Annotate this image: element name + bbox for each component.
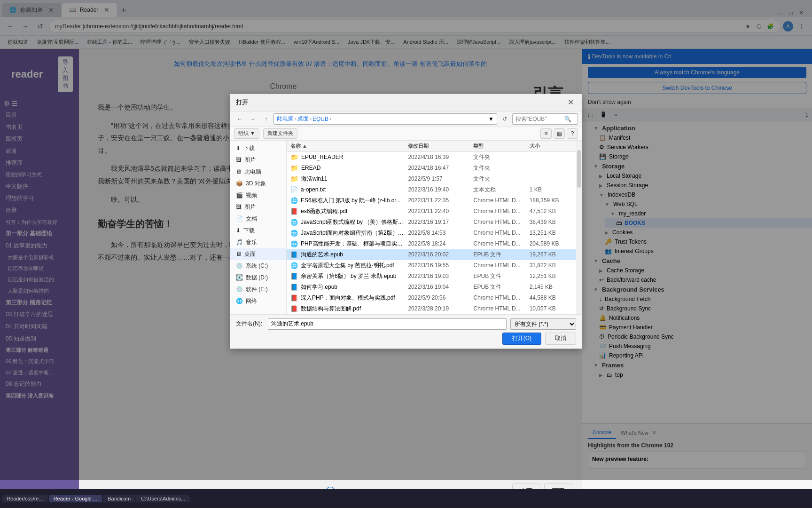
lp-pics-label: 图片 bbox=[244, 203, 256, 211]
lp-desktop[interactable]: 🖥桌面 bbox=[230, 248, 286, 260]
file-item-0[interactable]: 📁EPUB_READER 2022/4/18 16:39 文件夹 bbox=[287, 152, 576, 163]
file-date-1: 2022/4/18 16:47 bbox=[408, 165, 473, 171]
lp-desktop-label: 桌面 bbox=[244, 250, 256, 258]
file-name-9: 沟通的艺术.epub bbox=[301, 251, 343, 259]
path-part-1[interactable]: 桌面 bbox=[297, 115, 309, 123]
lp-d-drive[interactable]: 💽数据 (D:) bbox=[230, 272, 286, 284]
taskbar-item-1[interactable]: Reader - Google ... bbox=[49, 495, 102, 502]
file-date-11: 2022/3/16 19:03 bbox=[408, 273, 473, 279]
view-grid-button[interactable]: ▦ bbox=[554, 128, 565, 139]
col-size[interactable]: 大小 bbox=[530, 143, 576, 150]
chrome-icon-7: 🌐 bbox=[290, 230, 298, 237]
lp-network[interactable]: 🌐网络 bbox=[230, 295, 286, 307]
path-dropdown-icon[interactable]: ▼ bbox=[488, 116, 494, 122]
file-item-6[interactable]: 🌐JavaScript函数式编程 by （美）佛格斯... 2022/3/16 … bbox=[287, 217, 576, 228]
file-type-1: 文件夹 bbox=[473, 164, 529, 172]
file-name-7: JavaScript面向对象编程指南（第2版）（... bbox=[301, 229, 404, 237]
file-date-9: 2022/3/16 20:02 bbox=[408, 251, 473, 258]
path-sep-0: › bbox=[295, 116, 297, 122]
file-name-10: 金字塔原理大全集 by 芭芭拉·明托.pdf bbox=[301, 262, 394, 270]
file-item-8[interactable]: 🌐PHP高性能开发：基础、框架与项目实战... 2022/5/8 18:24 C… bbox=[287, 238, 576, 249]
epub-icon-9: 📘 bbox=[290, 251, 298, 258]
file-item-12[interactable]: 📘如何学习.epub 2022/3/16 19:04 EPUB 文件 2,145… bbox=[287, 282, 576, 293]
lp-images[interactable]: 🖼图片 bbox=[230, 154, 286, 166]
lp-dl2[interactable]: ⬇下载 bbox=[230, 225, 286, 237]
lp-pics[interactable]: 🖼图片 bbox=[230, 201, 286, 213]
file-item-2[interactable]: 📁激活win11 2022/5/9 1:57 文件夹 bbox=[287, 174, 576, 184]
folder-icon-2: 📁 bbox=[290, 175, 298, 183]
cancel-button[interactable]: 取消 bbox=[545, 333, 576, 345]
file-type-5: Chrome HTML D... bbox=[473, 208, 529, 214]
taskbar-item-2[interactable]: Bandicam bbox=[103, 495, 135, 502]
file-item-4[interactable]: 🌐ES6标准入门 第3版 by 阮一峰 (z-lib.or... 2022/3/… bbox=[287, 195, 576, 206]
lp-thispc[interactable]: 🖥此电脑 bbox=[230, 166, 286, 178]
lp-d-label: 数据 (D:) bbox=[246, 274, 268, 282]
taskbar-item-3[interactable]: C:\Users\Adminis... bbox=[136, 495, 190, 502]
dialog-search-icon: 🔍 bbox=[564, 116, 571, 122]
file-item-5[interactable]: 📕es6函数式编程.pdf 2022/3/11 22:40 Chrome HTM… bbox=[287, 206, 576, 217]
file-size-14: 10,057 KB bbox=[530, 305, 576, 312]
col-type[interactable]: 类型 bbox=[473, 143, 529, 150]
file-item-13[interactable]: 📕深入PHP：面向对象、模式与实践.pdf 2022/5/9 20:56 Chr… bbox=[287, 293, 576, 303]
dialog-overlay[interactable]: 打开 ✕ ← → ↑ 此电脑 › 桌面 › EQUB › ▼ ↺ 🔍 bbox=[0, 0, 812, 480]
col-name[interactable]: 名称 ▲ bbox=[287, 143, 408, 150]
open-button[interactable]: 打开(O) bbox=[502, 333, 541, 345]
dialog-refresh-button[interactable]: ↺ bbox=[499, 113, 510, 125]
dialog-sub-toolbar: 组织 ▼ 新建文件夹 ≡ ▦ ? bbox=[230, 127, 582, 141]
lp-music[interactable]: 🎵音乐 bbox=[230, 237, 286, 248]
new-folder-button[interactable]: 新建文件夹 bbox=[263, 128, 297, 139]
view-help-button[interactable]: ? bbox=[567, 128, 578, 139]
lp-docs[interactable]: 📄文档 bbox=[230, 213, 286, 225]
folder-icon-0: 📁 bbox=[290, 153, 298, 161]
file-name-5: es6函数式编程.pdf bbox=[301, 207, 347, 215]
file-size-6: 38,439 KB bbox=[530, 219, 576, 225]
path-part-2[interactable]: EQUB bbox=[312, 116, 328, 122]
view-icons: ≡ ▦ ? bbox=[540, 128, 578, 139]
dialog-forward-button[interactable]: → bbox=[247, 113, 258, 125]
filename-input[interactable] bbox=[268, 318, 507, 330]
scrollbar[interactable] bbox=[576, 141, 582, 314]
file-type-8: Chrome HTML D... bbox=[473, 240, 529, 247]
file-type-11: EPUB 文件 bbox=[473, 272, 529, 280]
dialog-close-button[interactable]: ✕ bbox=[565, 97, 576, 108]
file-name-3: a-open.txt bbox=[301, 186, 326, 193]
file-name-2: 激活win11 bbox=[301, 175, 327, 183]
dialog-up-button[interactable]: ↑ bbox=[260, 113, 272, 125]
lp-3d[interactable]: 📦3D 对象 bbox=[230, 178, 286, 190]
lp-video[interactable]: 🎬视频 bbox=[230, 190, 286, 201]
col-date[interactable]: 修改日期 bbox=[408, 143, 473, 150]
file-type-6: Chrome HTML D... bbox=[473, 219, 529, 225]
path-part-0[interactable]: 此电脑 bbox=[277, 115, 294, 123]
dialog-back-button[interactable]: ← bbox=[234, 113, 245, 125]
lp-download-label: 下载 bbox=[243, 144, 255, 152]
file-item-9[interactable]: 📘沟通的艺术.epub 2022/3/16 20:02 EPUB 文件 19,2… bbox=[287, 249, 576, 260]
file-date-8: 2022/5/8 18:24 bbox=[408, 240, 473, 247]
file-item-3[interactable]: 📄a-open.txt 2022/3/16 19:40 文本文档 1 KB bbox=[287, 184, 576, 195]
filetype-select[interactable]: 所有文件 (*.*) bbox=[510, 318, 576, 330]
view-list-button[interactable]: ≡ bbox=[540, 128, 552, 139]
lp-c-icon: 💿 bbox=[236, 262, 243, 269]
lp-download[interactable]: ⬇下载 bbox=[230, 143, 286, 154]
file-item-7[interactable]: 🌐JavaScript面向对象编程指南（第2版）（... 2022/5/8 14… bbox=[287, 228, 576, 238]
file-date-2: 2022/5/9 1:57 bbox=[408, 175, 473, 182]
lp-e-label: 软件 (E:) bbox=[246, 286, 268, 294]
file-item-1[interactable]: 📁EREAD 2022/4/18 16:47 文件夹 bbox=[287, 163, 576, 174]
taskbar-item-0[interactable]: Reader/css/re... bbox=[2, 495, 48, 502]
dialog-path: 此电脑 › 桌面 › EQUB › ▼ bbox=[273, 113, 497, 125]
scrollbar-thumb[interactable] bbox=[577, 150, 581, 188]
file-type-13: Chrome HTML D... bbox=[473, 294, 529, 301]
lp-music-label: 音乐 bbox=[246, 238, 257, 246]
file-item-14[interactable]: 📕数据结构与算法图解.pdf 2022/3/28 20:19 Chrome HT… bbox=[287, 303, 576, 314]
file-size-7: 13,251 KB bbox=[530, 230, 576, 236]
file-item-11[interactable]: 📘亲密关系（第6版） by 罗兰·米勒.epub 2022/3/16 19:03… bbox=[287, 271, 576, 282]
path-sep-2: › bbox=[329, 116, 331, 122]
lp-c-drive[interactable]: 💿系统 (C:) bbox=[230, 260, 286, 272]
taskbar: Reader/css/re... Reader - Google ... Ban… bbox=[0, 489, 812, 508]
file-size-12: 2,145 KB bbox=[530, 284, 576, 290]
lp-video-label: 视频 bbox=[246, 191, 257, 199]
lp-e-drive[interactable]: 💿软件 (E:) bbox=[230, 284, 286, 295]
organize-button[interactable]: 组织 ▼ bbox=[234, 128, 259, 139]
dialog-search-input[interactable] bbox=[515, 116, 562, 122]
dialog-search-box[interactable]: 🔍 bbox=[512, 113, 578, 125]
file-item-10[interactable]: 🌐金字塔原理大全集 by 芭芭拉·明托.pdf 2022/3/16 19:55 … bbox=[287, 260, 576, 271]
